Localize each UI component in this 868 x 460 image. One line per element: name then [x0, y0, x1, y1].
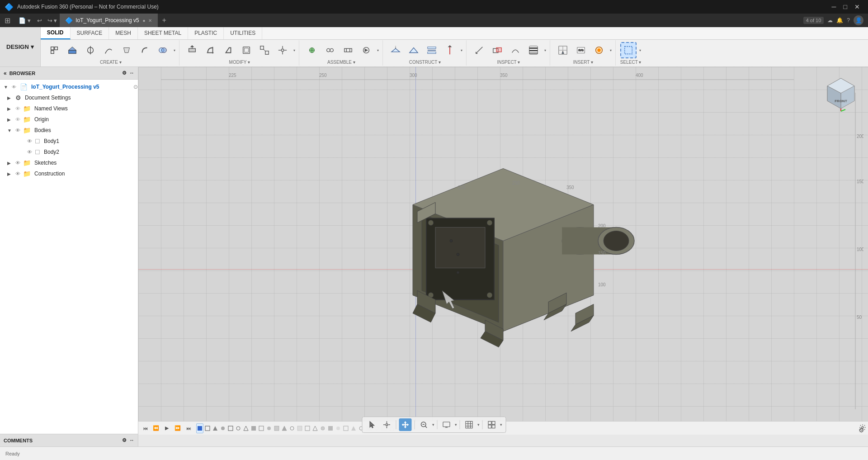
ct-zoom-btn[interactable]: [418, 418, 430, 431]
pb-last-btn[interactable]: ⏭: [184, 423, 193, 433]
midplane-btn[interactable]: [424, 42, 440, 58]
measure-btn[interactable]: [471, 42, 487, 58]
root-collapse-arrow[interactable]: ▼: [4, 85, 10, 90]
tree-origin[interactable]: ▶ 👁 📁 Origin: [0, 114, 138, 125]
tree-body1[interactable]: ▶ 👁 ☐ Body1: [0, 136, 138, 147]
construct-arrow[interactable]: ▾: [461, 48, 462, 52]
bodies-arrow[interactable]: ▼: [7, 128, 14, 133]
window-close[interactable]: ✕: [851, 3, 863, 10]
named-views-arrow[interactable]: ▶: [7, 106, 14, 111]
plane-angle-btn[interactable]: [406, 42, 422, 58]
assemble-arrow[interactable]: ▾: [377, 48, 379, 52]
tree-body2[interactable]: ▶ 👁 ☐ Body2: [0, 147, 138, 157]
browser-back-icon[interactable]: «: [4, 70, 7, 76]
pb-next-btn[interactable]: ⏩: [173, 423, 183, 433]
chamfer-btn[interactable]: [220, 42, 236, 58]
loft-btn[interactable]: [118, 42, 135, 58]
fillet-btn[interactable]: [137, 42, 153, 58]
tab-sheet-metal[interactable]: SHEET METAL: [138, 27, 188, 39]
comments-settings-icon[interactable]: ⚙: [122, 437, 127, 443]
tl-item-8[interactable]: [250, 423, 257, 433]
tl-item-12[interactable]: [281, 423, 288, 433]
tl-item-10[interactable]: [265, 423, 273, 433]
tab-redo[interactable]: ↪ ▾: [45, 17, 60, 24]
tab-undo[interactable]: ↩: [34, 17, 45, 24]
ct-grid-btn[interactable]: [463, 418, 476, 431]
ct-display-arrow[interactable]: ▾: [455, 422, 457, 427]
select-filter-btn[interactable]: [620, 42, 637, 58]
modify-arrow[interactable]: ▾: [293, 48, 295, 52]
sweep-btn[interactable]: [100, 42, 117, 58]
tab-solid[interactable]: SOLID: [41, 27, 71, 39]
rigid-group-btn[interactable]: [340, 42, 356, 58]
ct-snap-btn[interactable]: [381, 418, 393, 431]
browser-expand-icon[interactable]: ↔: [129, 70, 134, 76]
ct-pan-btn[interactable]: [399, 418, 412, 431]
insert-arrow[interactable]: ▾: [610, 48, 612, 52]
root-eye-icon[interactable]: 👁: [12, 85, 18, 90]
extrude-btn[interactable]: [64, 42, 80, 58]
move-btn[interactable]: [274, 42, 291, 58]
tl-item-6[interactable]: [235, 423, 242, 433]
new-component-btn[interactable]: [46, 42, 62, 58]
tree-construction[interactable]: ▶ 👁 📁 Construction: [0, 168, 138, 179]
tl-item-13[interactable]: [288, 423, 296, 433]
zebra-btn[interactable]: [525, 42, 542, 58]
tl-item-7[interactable]: [242, 423, 250, 433]
tab-surface[interactable]: SURFACE: [71, 27, 109, 39]
pb-first-btn[interactable]: ⏮: [140, 423, 150, 433]
origin-arrow[interactable]: ▶: [7, 117, 14, 122]
tl-item-2[interactable]: [204, 423, 211, 433]
combine-btn[interactable]: [155, 42, 171, 58]
tree-sketches[interactable]: ▶ 👁 📁 Sketches: [0, 157, 138, 168]
pb-play-btn[interactable]: ▶: [162, 423, 172, 433]
tl-item-11[interactable]: [273, 423, 280, 433]
notifications-icon[interactable]: 🔔: [836, 17, 843, 24]
doc-settings-arrow[interactable]: ▶: [7, 95, 14, 100]
tl-item-16[interactable]: [311, 423, 319, 433]
tab-file-menu[interactable]: 📄 ▾: [15, 17, 34, 24]
tl-item-1[interactable]: [196, 423, 203, 433]
window-maximize[interactable]: □: [840, 3, 851, 10]
axis-btn[interactable]: [442, 42, 458, 58]
tab-utilities[interactable]: UTILITIES: [224, 27, 262, 39]
tab-add-button[interactable]: +: [158, 16, 171, 24]
shell-btn[interactable]: [238, 42, 255, 58]
fillet-mod-btn[interactable]: [202, 42, 218, 58]
design-button[interactable]: DESIGN ▾: [0, 27, 41, 66]
user-avatar[interactable]: 👤: [854, 15, 863, 25]
scale-btn[interactable]: [256, 42, 273, 58]
interference-btn[interactable]: [489, 42, 505, 58]
ct-zoom-arrow[interactable]: ▾: [432, 422, 434, 427]
tl-item-3[interactable]: [212, 423, 219, 433]
ct-select-btn[interactable]: [366, 418, 379, 431]
tl-item-17[interactable]: [319, 423, 326, 433]
insert-svg-btn[interactable]: SVG: [573, 42, 589, 58]
ct-view-arrow[interactable]: ▾: [500, 422, 502, 427]
help-icon[interactable]: ?: [847, 17, 850, 24]
ct-display-btn[interactable]: [440, 418, 453, 431]
ct-view-btn[interactable]: [486, 418, 498, 431]
offset-plane-btn[interactable]: [387, 42, 404, 58]
tl-item-9[interactable]: [258, 423, 265, 433]
tree-root[interactable]: ▼ 👁 📄 IoT_Yogurt_Processing v5 ⊙: [0, 81, 138, 92]
press-pull-btn[interactable]: [184, 42, 200, 58]
drive-joints-btn[interactable]: [358, 42, 374, 58]
tab-home[interactable]: ⊞: [0, 16, 15, 25]
tree-document-settings[interactable]: ▶ ⚙ Document Settings: [0, 92, 138, 103]
tree-named-views[interactable]: ▶ 👁 📁 Named Views: [0, 103, 138, 114]
tab-mesh[interactable]: MESH: [109, 27, 138, 39]
curvature-btn[interactable]: [507, 42, 524, 58]
window-minimize[interactable]: ─: [828, 3, 840, 10]
tree-bodies[interactable]: ▼ 👁 📁 Bodies: [0, 125, 138, 136]
viewport-settings-icon[interactable]: ⚙: [859, 427, 864, 434]
root-star-icon[interactable]: ⊙: [133, 84, 138, 90]
tl-item-19[interactable]: [335, 423, 342, 433]
tab-pin[interactable]: ●: [143, 18, 146, 23]
tl-item-14[interactable]: [296, 423, 303, 433]
active-tab[interactable]: 🔷 IoT_Yogurt_Processing v5 ● ✕: [60, 14, 157, 27]
revolve-btn[interactable]: [82, 42, 99, 58]
sketches-arrow[interactable]: ▶: [7, 161, 14, 166]
construction-arrow[interactable]: ▶: [7, 171, 14, 176]
tab-close[interactable]: ✕: [148, 18, 152, 23]
